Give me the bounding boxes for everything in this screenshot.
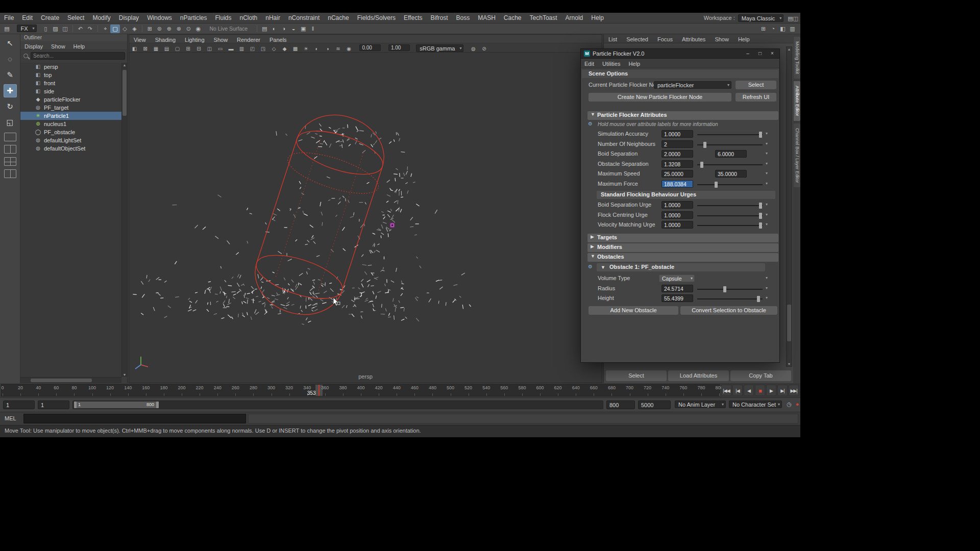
viewport-menu-lighting[interactable]: Lighting: [180, 36, 209, 43]
new-scene-icon[interactable]: ▯: [41, 24, 51, 33]
outliner-item-defaultobjectset[interactable]: ◍defaultObjectSet: [20, 144, 121, 153]
boid-separation-value-field[interactable]: 2.0000: [662, 150, 693, 158]
snap-to-grid-icon[interactable]: ⊞: [145, 24, 155, 33]
minimize-button[interactable]: –: [742, 49, 754, 58]
snap-to-projected-center-icon[interactable]: ⊗: [174, 24, 184, 33]
obstacles-frame-header[interactable]: ▼ Obstacles: [587, 253, 778, 262]
stop-button[interactable]: ■: [755, 385, 765, 396]
ambient-occlusion-icon[interactable]: ◑: [322, 45, 333, 53]
attribute-editor-menu-show[interactable]: Show: [710, 35, 733, 42]
select-by-hierarchy-icon[interactable]: ⌖: [101, 24, 110, 33]
convert-selection-button[interactable]: Convert Selection to Obstacle: [680, 306, 777, 315]
sidebar-tab-channel-box-layer-editor[interactable]: Channel Box / Layer Editor: [794, 123, 800, 188]
rotate-tool[interactable]: ↻: [4, 100, 17, 113]
slider-handle[interactable]: [715, 182, 718, 188]
save-scene-icon[interactable]: ◫: [60, 24, 70, 33]
attribute-editor-menu-attributes[interactable]: Attributes: [677, 35, 710, 42]
render-settings-icon[interactable]: ▣: [299, 24, 308, 33]
flock-centring-urge-value-field[interactable]: 1.0000: [662, 211, 693, 219]
modifiers-frame-header[interactable]: ▶ Modifiers: [587, 243, 778, 252]
step-forward-frame-button[interactable]: ▶|: [777, 385, 788, 396]
menu-effects[interactable]: Effects: [400, 14, 426, 21]
menu-nhair[interactable]: nHair: [261, 14, 284, 21]
field-chart-icon[interactable]: ▥: [236, 45, 247, 53]
outliner-item-persp[interactable]: ◧persp: [20, 63, 121, 71]
outliner-item-nucleus1[interactable]: ⊛nucleus1: [20, 120, 121, 128]
command-line-input[interactable]: [23, 414, 246, 423]
attribute-editor-menu-list[interactable]: List: [604, 35, 622, 42]
menu-nparticles[interactable]: nParticles: [176, 14, 211, 21]
attribute-editor-menu-focus[interactable]: Focus: [653, 35, 677, 42]
snap-to-curve-icon[interactable]: ⊚: [155, 24, 164, 33]
menu-set-selector[interactable]: FX ▾: [17, 24, 36, 32]
layout-outliner-persp-button[interactable]: [4, 169, 16, 178]
copy-tab-button[interactable]: Copy Tab: [730, 370, 791, 381]
current-node-selector[interactable]: particleFlocker ▾: [654, 81, 731, 89]
scrollbar-thumb[interactable]: [122, 70, 127, 116]
grid-icon[interactable]: ⊟: [193, 45, 204, 53]
outliner-toggle-icon[interactable]: ▥: [788, 24, 797, 33]
outliner-item-front[interactable]: ◧front: [20, 79, 121, 87]
menu-ncloth[interactable]: nCloth: [236, 14, 262, 21]
obstacle-separation-slider[interactable]: [697, 164, 763, 165]
camera-attributes-icon[interactable]: ▦: [151, 45, 161, 53]
move-tool[interactable]: ✚: [4, 84, 17, 97]
outliner-item-side[interactable]: ◧side: [20, 87, 121, 95]
gamma-field[interactable]: 1.00: [388, 44, 410, 51]
playback-end-field[interactable]: 800: [606, 400, 635, 409]
flocker-menu-utilities[interactable]: Utilities: [599, 60, 625, 67]
go-to-end-button[interactable]: ▶▶|: [789, 385, 799, 396]
lasso-tool[interactable]: ◌: [4, 53, 17, 66]
menu-fluids[interactable]: Fluids: [211, 14, 236, 21]
safe-action-icon[interactable]: ◰: [247, 45, 258, 53]
maximum-force-slider[interactable]: [697, 184, 763, 185]
attribute-editor-menu-help[interactable]: Help: [733, 35, 754, 42]
viewport-menu-show[interactable]: Show: [209, 36, 233, 43]
select-node-button[interactable]: Select: [736, 81, 776, 89]
viewport-canvas[interactable]: persp: [129, 53, 602, 383]
construction-history-icon[interactable]: ▤: [260, 24, 270, 33]
selection-mask-icon[interactable]: ◈: [130, 24, 139, 33]
outliner-search-input[interactable]: Search...: [31, 52, 125, 60]
gate-mask-icon[interactable]: ▬: [226, 45, 236, 53]
xray-icon[interactable]: ◍: [468, 45, 479, 53]
load-attributes-button[interactable]: Load Attributes: [668, 370, 729, 381]
radius-value-field[interactable]: 24.5714: [662, 285, 693, 292]
shaded-icon[interactable]: ◆: [279, 45, 290, 53]
attribute-editor-scrollbar[interactable]: ▲ ▼: [786, 46, 792, 367]
play-backwards-button[interactable]: ◀: [744, 385, 754, 396]
menu-ncache[interactable]: nCache: [324, 14, 353, 21]
layout-four-pane-button[interactable]: [4, 157, 16, 166]
outliner-menu-show[interactable]: Show: [47, 43, 69, 49]
command-line-language-label[interactable]: MEL: [5, 415, 16, 421]
isolate-select-icon[interactable]: ◔: [768, 24, 778, 33]
outliner-horizontal-scrollbar[interactable]: [20, 377, 121, 383]
outliner-item-nparticle1[interactable]: ✳nParticle1: [20, 112, 121, 120]
attribute-options-arrow-icon[interactable]: ▾: [766, 222, 768, 227]
menu-mash[interactable]: MASH: [474, 14, 500, 21]
film-gate-icon[interactable]: ◫: [204, 45, 215, 53]
wireframe-icon[interactable]: ◇: [268, 45, 279, 53]
attribute-options-arrow-icon[interactable]: ▾: [766, 131, 768, 136]
layout-icon[interactable]: ◧: [778, 24, 788, 33]
menu-techtoast[interactable]: TechToast: [526, 14, 561, 21]
refresh-ui-button[interactable]: Refresh UI: [736, 93, 776, 102]
boid-separation-urge-slider[interactable]: [697, 205, 763, 206]
menu-cache[interactable]: Cache: [500, 14, 526, 21]
range-slider-bar[interactable]: 1 800: [74, 402, 159, 408]
menu-fields-solvers[interactable]: Fields/Solvers: [353, 14, 400, 21]
workspace-options-icon[interactable]: ▤: [788, 15, 793, 21]
attribute-options-arrow-icon[interactable]: ▾: [766, 181, 768, 186]
range-start-handle[interactable]: [74, 402, 77, 408]
scale-tool[interactable]: ◱: [4, 116, 17, 129]
range-end-handle[interactable]: [156, 402, 159, 408]
open-render-view-icon[interactable]: ◐: [270, 24, 279, 33]
outliner-vertical-scrollbar[interactable]: ▲ ▼: [121, 63, 127, 377]
play-forwards-button[interactable]: ▶: [766, 385, 776, 396]
menu-display[interactable]: Display: [115, 14, 143, 21]
image-plane-icon[interactable]: ▢: [172, 45, 183, 53]
outliner-item-top[interactable]: ◧top: [20, 71, 121, 79]
radius-slider[interactable]: [697, 289, 763, 290]
maximum-speed-max-field[interactable]: 35.0000: [715, 170, 747, 178]
playback-options-icon[interactable]: ◷: [785, 401, 793, 408]
